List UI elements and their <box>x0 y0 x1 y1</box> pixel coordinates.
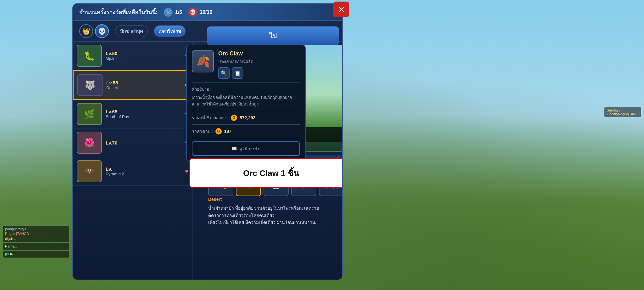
close-icon: ✕ <box>338 4 345 15</box>
header-title: จำนวนครั้งรางวัลที่เหลือในวันนี้: <box>79 8 158 17</box>
monster-thumb-5: 🦇 <box>77 160 102 182</box>
chat-message-2: Name... <box>3 243 69 250</box>
tooltip-divider-1 <box>192 82 300 83</box>
player-info: Sundayy ObeatyRogue|TANO <box>604 107 641 117</box>
monster-level-3: Lv.65 <box>106 109 181 114</box>
tooltip-info-btn[interactable]: 📋 <box>232 67 243 79</box>
monster-item-1[interactable]: 🐛 Lv.50 Mjolnir ♥ <box>73 42 192 70</box>
chat-overlay: [Vanguard's] E Rogue [TANOD elijah... Na… <box>3 226 69 259</box>
sell-value: 187 <box>224 129 231 134</box>
monster-level-1: Lv.50 <box>106 51 181 56</box>
monster-item-4[interactable]: 🌺 Lv.70 ♥ <box>73 128 192 157</box>
item-icon-large: 🍂 <box>192 50 214 72</box>
monster-level-4: Lv.70 <box>106 140 181 145</box>
monster-thumb-3: 🌿 <box>77 103 102 125</box>
guide-label: ดูวิธีการรับ <box>239 145 260 152</box>
monster-item-3[interactable]: 🌿 Lv.65 South of Pay ♥ <box>73 100 192 128</box>
monster-info-1: Lv.50 Mjolnir <box>106 51 181 61</box>
exchange-price-row: ราคาที่ Exchange : G 572,293 <box>192 114 300 121</box>
monster-name-3: South of Pay <box>106 114 181 119</box>
monster-thumb-2: 🐺 <box>77 74 103 96</box>
wolf-description-1: น้ำเผ่าหมาป่า ที่อยู่อาศัยช่วนตัวอยู่ในป… <box>208 205 343 212</box>
wolf-description-2: ติดรกการท่องเที่ยวรอบโลกคนเดียว <box>208 212 343 219</box>
tooltip-divider-2 <box>192 111 300 111</box>
monster-level-5: Lv. <box>106 166 181 172</box>
death-count: 10/10 <box>200 9 212 15</box>
sell-label: ราคาขาย : <box>192 128 213 135</box>
skull-header-icon: 💀 <box>188 8 197 17</box>
tab-killer[interactable]: นักฆ่าล่าสุด <box>115 25 148 37</box>
desc-section: Desert น้ำเผ่าหมาป่า ที่อยู่อาศัยช่วนตัว… <box>207 196 343 226</box>
sword-icon: ⚔️ <box>164 8 173 17</box>
tooltip-desc-label: คำอธิบาย : <box>192 86 300 93</box>
kill-counter: ⚔️ 1/5 <box>164 8 182 17</box>
heart-icon-5[interactable]: ♥ <box>185 168 188 175</box>
monster-info-3: Lv.65 South of Pay <box>106 109 181 119</box>
exchange-coin-icon: G <box>231 115 237 121</box>
guide-button[interactable]: 📖 ดูวิธีการรับ <box>192 141 300 156</box>
exchange-label: ราคาที่ Exchange : <box>192 114 228 121</box>
player-class: ObeatyRogue|TANO <box>607 112 638 116</box>
monster-name-2: Desert <box>106 85 180 90</box>
monster-name-5: Pyramid 2 <box>106 172 181 176</box>
monster-item-2[interactable]: 🐺 Lv.55 Desert ♥ <box>73 70 192 100</box>
monster-name-1: Mjolnir <box>106 56 181 61</box>
tooltip-info: Orc Claw ประเภทอุปกรณ์ผลิต 🔍 📋 <box>218 50 253 79</box>
go-button[interactable]: ไป <box>207 26 339 45</box>
tab-refresh[interactable]: เวลารีเฟรช <box>154 26 186 37</box>
notification-text: Orc Claw 1 ชิ้น <box>200 167 342 179</box>
monster-thumb-4: 🌺 <box>77 132 102 154</box>
monster-item-5[interactable]: 🦇 Lv. Pyramid 2 ♥ <box>73 157 192 186</box>
player-name: Sundayy <box>607 108 638 112</box>
chat-message-1: [Vanguard's] E Rogue [TANOD elijah... <box>3 226 69 242</box>
tooltip-divider-3 <box>192 124 300 125</box>
monster-thumb-1: 🐛 <box>77 45 102 67</box>
kill-count: 1/5 <box>175 9 182 15</box>
tooltip-title: Orc Claw <box>218 50 253 57</box>
monster-level-2: Lv.55 <box>106 80 180 85</box>
sell-coin-icon: G <box>215 128 222 134</box>
monster-list: 🐛 Lv.50 Mjolnir ♥ 🐺 Lv.55 Desert ♥ 🌿 Lv.… <box>73 42 192 280</box>
tooltip-divider-4 <box>192 138 300 138</box>
close-button[interactable]: ✕ <box>333 2 349 17</box>
main-panel: จำนวนครั้งรางวัลที่เหลือในวันนี้: ⚔️ 1/5… <box>72 3 343 280</box>
crown-tab-btn[interactable]: 👑 <box>79 24 93 38</box>
exchange-value: 572,293 <box>240 115 256 120</box>
monster-info-2: Lv.55 Desert <box>106 80 180 90</box>
monster-info-5: Lv. Pyramid 2 <box>106 166 181 176</box>
skull-tab-btn[interactable]: 💀 <box>95 24 109 38</box>
item-tooltip: 🍂 Orc Claw ประเภทอุปกรณ์ผลิต 🔍 📋 คำอธิบา… <box>186 45 306 162</box>
tooltip-description: เกราะนิ้วมือของอ็อคที่มีความแหลมคม เป็นว… <box>192 94 300 108</box>
notification-popup: Orc Claw 1 ชิ้น <box>189 158 343 188</box>
chat-message-3: [Bl INF <box>3 251 69 258</box>
tooltip-header: 🍂 Orc Claw ประเภทอุปกรณ์ผลิต 🔍 📋 <box>192 50 300 79</box>
sell-price-row: ราคาขาย : G 187 <box>192 128 300 135</box>
tooltip-actions: 🔍 📋 <box>218 67 253 79</box>
tooltip-search-btn[interactable]: 🔍 <box>218 67 230 79</box>
wolf-description-3: เที่ยวไปเทียวได้เลย มีความเด็ดเดี่ยว ผ่า… <box>208 219 343 226</box>
guide-icon: 📖 <box>231 146 237 151</box>
monster-location: Desert <box>208 196 343 203</box>
tooltip-type: ประเภทอุปกรณ์ผลิต <box>218 58 253 65</box>
tab-icons: 👑 💀 <box>79 24 109 38</box>
death-counter: 💀 10/10 <box>188 8 212 17</box>
monster-info-4: Lv.70 <box>106 140 181 145</box>
header-bar: จำนวนครั้งรางวัลที่เหลือในวันนี้: ⚔️ 1/5… <box>73 4 342 21</box>
